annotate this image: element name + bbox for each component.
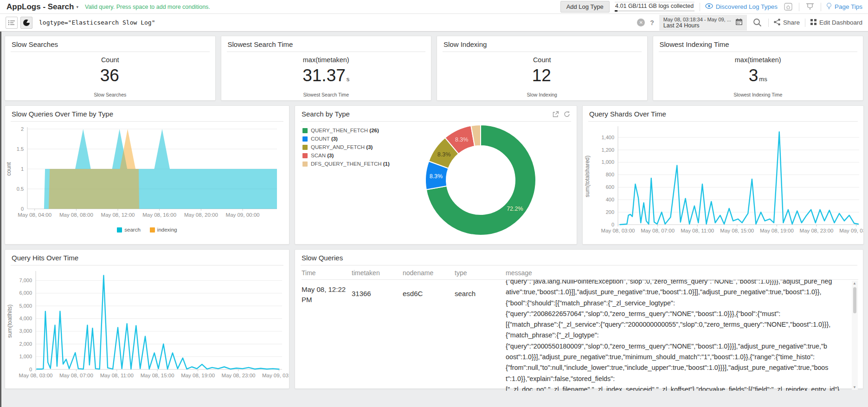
charts-row: Slow Queries Over Time by Type 00.511.52… (5, 105, 863, 245)
column-header-Time: Time (302, 265, 352, 280)
legend-item-search[interactable]: search (117, 227, 141, 233)
stat-metric-label: max(timetaken) (653, 56, 863, 64)
chart-search-by-type: Search by Type QUERY_THEN_FETCH (26) (295, 105, 577, 245)
svg-text:May 08, 20:00: May 08, 20:00 (184, 212, 218, 218)
filter-list-icon[interactable] (6, 17, 18, 29)
svg-text:800: 800 (606, 172, 614, 177)
stat-footer-label: Slowest Search Time (221, 92, 431, 97)
stat-metric-label: Count (437, 56, 647, 64)
column-header-type: type (455, 265, 506, 280)
log-usage-bar (615, 10, 694, 12)
edit-dashboard-button[interactable]: Edit Dashboard (810, 19, 862, 26)
search-icon[interactable] (752, 18, 763, 28)
area-chart[interactable]: 00.511.52May 08, 04:00May 08, 08:00May 0… (5, 122, 289, 223)
svg-text:May 08, 11:00: May 08, 11:00 (681, 228, 714, 233)
line-chart[interactable]: 02004006008001,0001,2001,400May 08, 03:0… (583, 122, 863, 240)
help-icon[interactable]: ? (650, 19, 654, 26)
message-line: {"query":"2008622657064","slop":0,"zero_… (506, 309, 850, 319)
svg-text:May 08, 08:00: May 08, 08:00 (59, 212, 93, 218)
dashboard-home-icon[interactable] (783, 2, 794, 12)
message-line: {"query":"java.lang.NullPointerException… (506, 280, 850, 287)
svg-text:May 08, 12:00: May 08, 12:00 (101, 212, 135, 218)
discovered-log-types-link[interactable]: Discovered Log Types (705, 3, 778, 10)
column-header-timetaken: timetaken (352, 265, 403, 280)
window-edge (0, 32, 1, 407)
stat-card-2[interactable]: Slow Indexing Count 12 Slow Indexing (437, 36, 648, 101)
pie-chart-icon[interactable] (20, 17, 32, 29)
legend-swatch (117, 227, 122, 233)
query-valid-message: Valid query. Press space to add more con… (85, 4, 210, 10)
open-in-new-icon[interactable] (553, 111, 559, 117)
donut-legend-item-SCAN[interactable]: SCAN (3) (302, 153, 390, 158)
log-usage-text: 4.01 GB/111 GB logs collected (615, 2, 694, 9)
message-line: oost":1.0}}],"adjust_pure_negative":true… (506, 352, 850, 362)
message-line: {"query":"2000550180009","slop":0,"zero_… (506, 341, 850, 352)
stat-card-title: Slow Indexing (444, 40, 487, 48)
legend-swatch (302, 153, 308, 158)
svg-text:May 08, 23:00: May 08, 23:00 (800, 228, 834, 233)
search-query-input[interactable]: logtype="Elasticsearch Slow Log" (39, 19, 155, 26)
donut-legend: QUERY_THEN_FETCH (26) COUNT (3) QUERY_AN… (302, 128, 390, 169)
svg-text:3,000: 3,000 (19, 328, 32, 334)
svg-text:2: 2 (21, 126, 24, 132)
chart-title: Search by Type (302, 110, 350, 118)
table-row[interactable]: May 08, 12:22 PM 31366 esd6C search {"qu… (302, 280, 858, 391)
svg-text:May 08, 03:00: May 08, 03:00 (19, 373, 53, 378)
cell-message[interactable]: {"query":"java.lang.NullPointerException… (506, 280, 858, 391)
refresh-icon[interactable] (564, 111, 570, 117)
share-button[interactable]: Share (774, 19, 800, 27)
svg-text:0: 0 (21, 206, 24, 212)
svg-text:May 08, 19:00: May 08, 19:00 (760, 228, 794, 233)
scroll-down-icon[interactable]: ▼ (853, 385, 856, 389)
table-title: Slow Queries (302, 254, 343, 262)
add-log-type-button[interactable]: Add Log Type (560, 1, 610, 13)
message-scrollbar[interactable]: ▲ ▼ (852, 281, 858, 390)
applogs-dashboard: AppLogs - Search ▾ Valid query. Press sp… (0, 0, 868, 407)
grid-icon (810, 19, 817, 26)
chart-query-shards-over-time: Query Shards Over Time 02004006008001,00… (582, 105, 864, 245)
legend-swatch (302, 128, 308, 133)
page-tips-link[interactable]: Page Tips (826, 2, 862, 11)
legend-swatch (150, 227, 155, 233)
stat-value: 36 (5, 66, 215, 85)
stat-card-title: Slowest Indexing Time (660, 40, 729, 48)
stat-card-3[interactable]: Slowest Indexing Time max(timetaken) 3ms… (653, 36, 864, 101)
scrollbar-thumb[interactable] (853, 287, 856, 313)
legend-swatch (302, 162, 308, 167)
legend-swatch (302, 136, 308, 142)
donut-legend-item-QUERY_THEN_FETCH[interactable]: QUERY_THEN_FETCH (26) (302, 128, 390, 133)
svg-text:May 08, 19:00: May 08, 19:00 (181, 373, 215, 378)
scroll-up-icon[interactable]: ▲ (853, 281, 856, 285)
stat-unit: ms (759, 76, 767, 83)
chevron-down-icon[interactable]: ▾ (76, 5, 78, 9)
stat-card-1[interactable]: Slowest Search Time max(timetaken) 31.37… (221, 36, 432, 101)
divider (821, 3, 821, 11)
svg-text:8.3%: 8.3% (455, 136, 469, 143)
donut-legend-item-COUNT[interactable]: COUNT (3) (302, 136, 390, 142)
line-chart[interactable]: 01,0002,0003,0004,0005,0006,0007,000May … (5, 265, 289, 384)
svg-text:May 08, 11:00: May 08, 11:00 (100, 373, 134, 378)
share-icon (774, 19, 780, 27)
svg-text:200: 200 (606, 209, 614, 215)
date-range-picker[interactable]: May 08, 03:18:34 - May 09, ... Last 24 H… (659, 15, 747, 31)
chart-title: Query Hits Over Time (12, 254, 78, 262)
bottom-row: Query Hits Over Time 01,0002,0003,0004,0… (5, 249, 863, 389)
svg-text:8.3%: 8.3% (430, 173, 443, 180)
legend-item-indexing[interactable]: indexing (150, 227, 177, 233)
svg-text:8.3%: 8.3% (437, 151, 451, 158)
svg-text:May 08, 15:00: May 08, 15:00 (720, 228, 754, 233)
divider (805, 19, 805, 27)
svg-text:1.5: 1.5 (17, 146, 24, 152)
date-range-text: May 08, 03:18:34 - May 09, ... (663, 17, 731, 22)
projector-screen-icon[interactable] (804, 2, 816, 12)
donut-legend-item-QUERY_AND_FETCH[interactable]: QUERY_AND_FETCH (3) (302, 144, 390, 150)
donut-legend-item-DFS_QUERY_THEN_FETCH[interactable]: DFS_QUERY_THEN_FETCH (1) (302, 161, 390, 167)
svg-text:May 08, 03:00: May 08, 03:00 (601, 228, 635, 233)
svg-text:1,200: 1,200 (601, 147, 614, 153)
svg-text:6,000: 6,000 (19, 290, 32, 296)
chart-query-hits-over-time: Query Hits Over Time 01,0002,0003,0004,0… (5, 249, 289, 389)
stat-card-0[interactable]: Slow Searches Count 36 Slow Searches (5, 36, 216, 101)
chart-title: Slow Queries Over Time by Type (12, 110, 113, 118)
svg-text:sum(totalshared): sum(totalshared) (584, 155, 591, 197)
clear-query-icon[interactable]: ✕ (637, 19, 645, 26)
